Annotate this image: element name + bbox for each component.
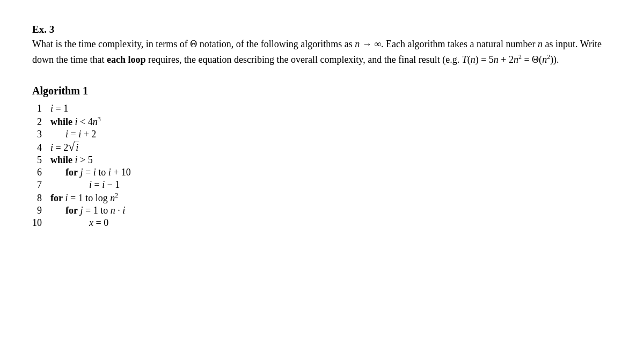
line-content: i = i + 2 bbox=[50, 128, 131, 141]
line-number: 2 bbox=[32, 115, 50, 128]
table-row: 8 for i = 1 to log n2 bbox=[32, 191, 131, 204]
algorithm-title: Algorithm 1 bbox=[32, 85, 612, 97]
line-number: 7 bbox=[32, 179, 50, 191]
line-content: while i < 4n3 bbox=[50, 115, 131, 128]
line-content: i = 1 bbox=[50, 102, 131, 115]
line-number: 9 bbox=[32, 204, 50, 217]
table-row: 2 while i < 4n3 bbox=[32, 115, 131, 128]
line-content: for j = 1 to n · i bbox=[50, 204, 131, 217]
line-number: 5 bbox=[32, 154, 50, 166]
exercise-label: Ex. 3 bbox=[32, 21, 54, 37]
line-content: while i > 5 bbox=[50, 154, 131, 166]
line-number: 4 bbox=[32, 141, 50, 154]
intro-paragraph: What is the time complexity, in terms of… bbox=[32, 37, 612, 68]
line-content: i = 2√i bbox=[50, 141, 131, 154]
line-number: 6 bbox=[32, 166, 50, 179]
line-number: 10 bbox=[32, 217, 50, 229]
table-row: 10 x = 0 bbox=[32, 217, 131, 229]
algorithm-section: Algorithm 1 1 i = 1 2 while i < 4n3 3 i … bbox=[32, 85, 612, 229]
line-content: for i = 1 to log n2 bbox=[50, 191, 131, 204]
line-number: 3 bbox=[32, 128, 50, 141]
table-row: 1 i = 1 bbox=[32, 102, 131, 115]
table-row: 3 i = i + 2 bbox=[32, 128, 131, 141]
table-row: 4 i = 2√i bbox=[32, 141, 131, 154]
line-content: for j = i to i + 10 bbox=[50, 166, 131, 179]
code-block: 1 i = 1 2 while i < 4n3 3 i = i + 2 4 i … bbox=[32, 102, 131, 229]
table-row: 6 for j = i to i + 10 bbox=[32, 166, 131, 179]
table-row: 7 i = i − 1 bbox=[32, 179, 131, 191]
line-number: 8 bbox=[32, 191, 50, 204]
exercise-intro: Ex. 3 What is the time complexity, in te… bbox=[32, 21, 612, 68]
line-content: x = 0 bbox=[50, 217, 131, 229]
table-row: 9 for j = 1 to n · i bbox=[32, 204, 131, 217]
line-number: 1 bbox=[32, 102, 50, 115]
line-content: i = i − 1 bbox=[50, 179, 131, 191]
table-row: 5 while i > 5 bbox=[32, 154, 131, 166]
